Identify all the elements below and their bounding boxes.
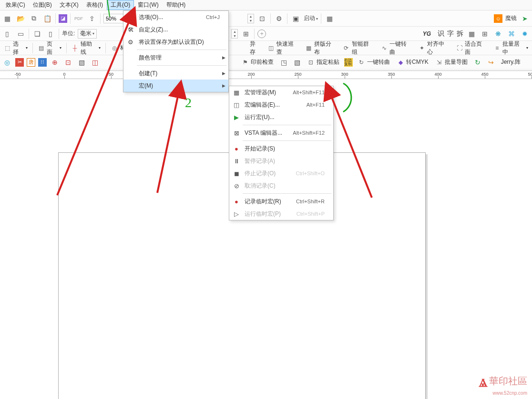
curve-btn[interactable]: ∿一键转曲 bbox=[379, 39, 413, 57]
gear-icon: ⚙ bbox=[126, 13, 135, 21]
menu-window[interactable]: 窗口(W) bbox=[134, 0, 162, 10]
batch-btn[interactable]: ≡批量居中▾ bbox=[491, 39, 530, 57]
new-icon[interactable]: ▦ bbox=[2, 13, 12, 24]
record-icon: ● bbox=[232, 144, 241, 153]
chevron-right-icon: ▶ bbox=[222, 83, 225, 88]
pdf-icon[interactable]: PDF bbox=[73, 13, 84, 24]
menu-tools[interactable]: 工具(O) bbox=[107, 0, 134, 10]
reg3-icon[interactable]: ◫ bbox=[90, 57, 100, 68]
curve2-btn[interactable]: ↻一键转曲 bbox=[356, 57, 392, 67]
spin-1[interactable]: ▲▼ bbox=[247, 14, 254, 23]
window-icon[interactable]: ▣ bbox=[290, 13, 301, 24]
copy-icon[interactable]: ⧉ bbox=[29, 13, 39, 24]
macro-editor[interactable]: ◫ 宏编辑器(E)...Alt+F11 bbox=[229, 99, 333, 111]
cmyk-btn[interactable]: ◆转CMYK bbox=[395, 57, 430, 67]
macro-pause-rec: ⏸ 暂停记录(A) bbox=[229, 155, 333, 167]
add-icon[interactable]: + bbox=[257, 30, 266, 38]
toolbar-plugins-1: ⬚选择▾ ▤页面▾ ┼辅助线▾ ◎标 异存 ◫快速巡查 ▦拼版分布 ⟳智能群组 … bbox=[0, 41, 532, 55]
menu-create[interactable]: 创建(T)▶ bbox=[123, 67, 228, 80]
reg-icon[interactable]: ⊕ bbox=[50, 57, 60, 68]
align-icon[interactable]: ⊞ bbox=[241, 29, 251, 39]
send-icon[interactable]: ➤ bbox=[520, 13, 530, 24]
magic-mirror-icon[interactable]: ☺ bbox=[494, 14, 502, 23]
macro-vsta[interactable]: ⊠ VSTA 编辑器...Alt+Shift+F12 bbox=[229, 127, 333, 139]
yg-s1[interactable]: 识 bbox=[438, 30, 444, 38]
chevron-right-icon: ▶ bbox=[222, 55, 225, 60]
paste-icon[interactable]: 📋 bbox=[42, 13, 52, 24]
reg2-icon[interactable]: ⊡ bbox=[63, 57, 73, 68]
tools-menu: ⚙ 选项(O)...Ctrl+J 🛠 自定义(Z)... ⚙ 将设置保存为默认设… bbox=[123, 10, 229, 92]
jerry-btn[interactable]: Jerry.阵 bbox=[499, 57, 522, 67]
spin-2[interactable]: ▲▼ bbox=[231, 29, 238, 39]
watermark-name: 華印社區 bbox=[489, 376, 527, 386]
cut-icon[interactable]: ✂ bbox=[15, 58, 24, 67]
temp-rec-icon: ● bbox=[232, 197, 241, 206]
yg-s3[interactable]: 拆 bbox=[457, 30, 463, 38]
grid1-icon[interactable]: ▦ bbox=[466, 29, 477, 39]
paste-btn[interactable]: ⊡指定粘贴 bbox=[305, 57, 341, 67]
tang-icon[interactable]: 唐 bbox=[27, 58, 35, 67]
preflight-btn[interactable]: ⚑印前检查 bbox=[239, 57, 276, 67]
layout-btn[interactable]: ▦拼版分布 bbox=[303, 39, 338, 57]
menu-color-mgmt[interactable]: 颜色管理▶ bbox=[123, 51, 228, 64]
select-btn[interactable]: ⬚选择▾ bbox=[2, 39, 30, 57]
macro-submenu: ▦ 宏管理器(M)Alt+Shift+F11 ◫ 宏编辑器(E)...Alt+F… bbox=[229, 86, 334, 220]
refresh-icon[interactable]: ↻ bbox=[472, 57, 483, 68]
magic-mirror-label[interactable]: 魔镜 bbox=[505, 14, 517, 22]
page-btn[interactable]: ▤页面▾ bbox=[36, 39, 63, 57]
export-icon[interactable]: ⇪ bbox=[87, 13, 97, 24]
menu-macros[interactable]: 宏(M)▶ bbox=[123, 80, 228, 92]
macro-run[interactable]: ▶ 运行宏(U)... bbox=[229, 111, 333, 123]
grid2-icon[interactable]: ⊞ bbox=[480, 29, 490, 39]
macro-temp[interactable]: ● 记录临时宏(R)Ctrl+Shift+R bbox=[229, 195, 333, 208]
macro-start-rec[interactable]: ● 开始记录(S) bbox=[229, 142, 333, 155]
menu-save-default[interactable]: ⚙ 将设置保存为默认设置(D) bbox=[123, 36, 228, 48]
fitpage-btn[interactable]: ⛶适合页面 bbox=[454, 39, 489, 57]
misc2-icon[interactable]: ◳ bbox=[278, 57, 289, 68]
code-icon[interactable]: ⁝⁝ bbox=[38, 58, 47, 67]
macro-manager[interactable]: ▦ 宏管理器(M)Alt+Shift+F11 bbox=[229, 86, 333, 99]
yg-label[interactable]: YG bbox=[423, 30, 431, 37]
menu-custom[interactable]: 🛠 自定义(Z)... bbox=[123, 23, 228, 36]
launch-dropdown[interactable]: 启动 bbox=[304, 14, 318, 22]
quick-btn[interactable]: ◫快速巡查 bbox=[266, 39, 300, 57]
sidecopy-icon[interactable]: 右边复制 bbox=[344, 58, 353, 67]
open-icon[interactable]: 📂 bbox=[15, 13, 26, 24]
gear2-icon[interactable]: ✹ bbox=[520, 29, 530, 39]
guide-btn[interactable]: ┼辅助线▾ bbox=[69, 39, 102, 57]
separator bbox=[243, 125, 331, 125]
flower-icon[interactable]: ❋ bbox=[493, 29, 503, 39]
ruler: -50050100150200250300350400450500 bbox=[0, 70, 532, 79]
toolbar-main: ▦ 📂 ⧉ 📋 ◪ PDF ⇪ ▲▼ ⊡ ⚙ ▣ 启动 ▦ ☺ 魔镜 ➤ bbox=[0, 10, 532, 27]
rings-icon[interactable]: ⌘ bbox=[506, 29, 517, 39]
yg-s2[interactable]: 字 bbox=[447, 30, 454, 38]
target-icon[interactable]: ◎ bbox=[2, 57, 12, 68]
misc-icon[interactable]: ▧ bbox=[76, 57, 87, 68]
separator bbox=[243, 193, 331, 194]
gear-icon[interactable]: ⚙ bbox=[274, 13, 284, 24]
menu-text[interactable]: 文本(X) bbox=[56, 0, 82, 10]
menu-help[interactable]: 帮助(H) bbox=[163, 0, 190, 10]
menu-options[interactable]: ⚙ 选项(O)...Ctrl+J bbox=[123, 11, 228, 23]
menu-effects[interactable]: 效果(C) bbox=[2, 0, 29, 10]
redo-icon[interactable]: ↪ bbox=[486, 57, 496, 68]
purple-plugin-icon[interactable]: ◪ bbox=[59, 14, 67, 23]
group-btn[interactable]: ⟳智能群组 bbox=[341, 39, 376, 57]
chevron-right-icon: ▶ bbox=[222, 71, 225, 76]
separator bbox=[243, 140, 331, 141]
center-btn[interactable]: ✦对齐中心 bbox=[416, 39, 451, 57]
page-portrait-icon[interactable]: ▯ bbox=[2, 29, 12, 39]
snap-icon[interactable]: ⊡ bbox=[257, 13, 267, 24]
grid-icon[interactable]: ▦ bbox=[324, 13, 335, 24]
units-dropdown[interactable]: 毫米 bbox=[78, 29, 97, 39]
toolbar-plugins-2: ◎ ✂ 唐 ⁝⁝ ⊕ ⊡ ▧ ◫ ⚑印前检查 ◳ ▧ ⊡指定粘贴 右边复制 ↻一… bbox=[0, 55, 532, 70]
separator bbox=[137, 65, 226, 66]
misc3-icon[interactable]: ▧ bbox=[292, 57, 302, 68]
pages-icon[interactable]: ❏ bbox=[32, 29, 42, 39]
page-single-icon[interactable]: ▯ bbox=[45, 29, 56, 39]
page-landscape-icon[interactable]: ▭ bbox=[15, 29, 26, 39]
menu-bitmap[interactable]: 位图(B) bbox=[29, 0, 56, 10]
save-btn[interactable]: 异存 bbox=[248, 39, 263, 57]
export-btn[interactable]: ⇲批量导图 bbox=[433, 57, 470, 67]
menu-table[interactable]: 表格(I) bbox=[82, 0, 107, 10]
